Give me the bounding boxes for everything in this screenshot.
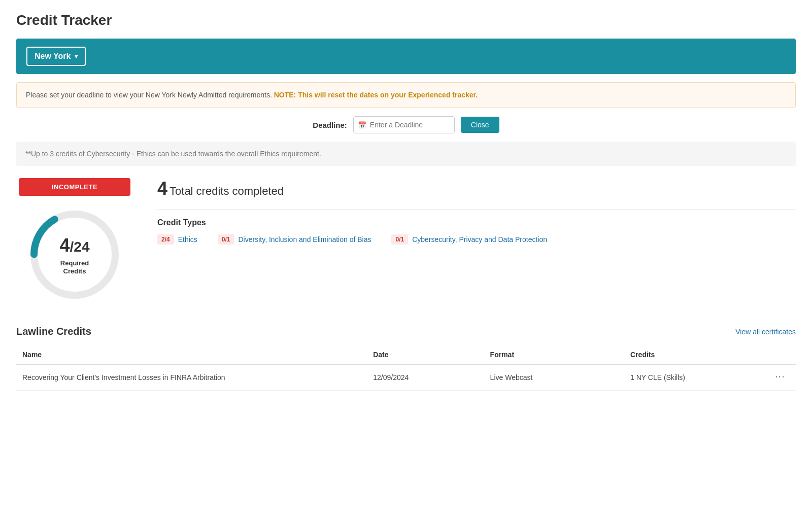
row-credits: 1 NY CLE (Skills) bbox=[624, 364, 764, 391]
total-credits-number: 4 bbox=[157, 178, 167, 199]
page-title: Credit Tracker bbox=[16, 12, 796, 28]
state-selector-button[interactable]: New York ▾ bbox=[26, 47, 86, 66]
circle-area: INCOMPLETE 4/24 Required Credits bbox=[16, 178, 133, 305]
total-credits-label: Total credits completed bbox=[170, 185, 284, 197]
deadline-row: Deadline: 📅 Close bbox=[16, 116, 796, 133]
deadline-label: Deadline: bbox=[313, 121, 347, 129]
info-text: **Up to 3 credits of Cybersecurity - Eth… bbox=[25, 150, 321, 158]
calendar-icon: 📅 bbox=[358, 121, 366, 129]
donut-center: 4/24 Required Credits bbox=[49, 234, 100, 275]
credits-table: Name Date Format Credits Recovering Your… bbox=[16, 345, 796, 391]
lawline-title: Lawline Credits bbox=[16, 326, 91, 337]
donut-fraction: 4/24 bbox=[49, 234, 100, 256]
col-header-format: Format bbox=[484, 345, 624, 364]
donut-current: 4 bbox=[60, 235, 70, 256]
credit-type-cybersecurity: 0/1 Cybersecurity, Privacy and Data Prot… bbox=[391, 234, 547, 245]
chevron-down-icon: ▾ bbox=[75, 53, 78, 60]
col-header-name: Name bbox=[16, 345, 367, 364]
donut-label: Required Credits bbox=[49, 259, 100, 275]
total-credits: 4Total credits completed bbox=[157, 178, 796, 199]
row-actions[interactable]: ⋮ bbox=[765, 364, 796, 391]
table-header: Name Date Format Credits bbox=[16, 345, 796, 364]
incomplete-badge: INCOMPLETE bbox=[19, 178, 130, 196]
header-bar: New York ▾ bbox=[16, 39, 796, 74]
credit-type-ethics: 2/4 Ethics bbox=[157, 234, 197, 245]
row-format: Live Webcast bbox=[484, 364, 624, 391]
credits-info: 4Total credits completed Credit Types 2/… bbox=[157, 178, 796, 245]
lawline-section: Lawline Credits View all certificates Na… bbox=[16, 326, 796, 391]
tracker-section: INCOMPLETE 4/24 Required Credits bbox=[16, 178, 796, 305]
deadline-input[interactable] bbox=[353, 116, 455, 133]
table-row: Recovering Your Client's Investment Loss… bbox=[16, 364, 796, 391]
view-all-certificates-link[interactable]: View all certificates bbox=[735, 328, 796, 336]
diversity-badge: 0/1 bbox=[218, 234, 234, 245]
row-menu-icon[interactable]: ⋮ bbox=[774, 372, 786, 383]
credit-type-diversity: 0/1 Diversity, Inclusion and Elimination… bbox=[218, 234, 371, 245]
ethics-link[interactable]: Ethics bbox=[178, 235, 197, 244]
cybersecurity-badge: 0/1 bbox=[391, 234, 408, 245]
credit-types-row: 2/4 Ethics 0/1 Diversity, Inclusion and … bbox=[157, 234, 796, 245]
credit-types-title: Credit Types bbox=[157, 210, 796, 227]
cybersecurity-link[interactable]: Cybersecurity, Privacy and Data Protecti… bbox=[412, 235, 547, 244]
col-header-credits: Credits bbox=[624, 345, 764, 364]
col-header-date: Date bbox=[367, 345, 484, 364]
alert-text: Please set your deadline to view your Ne… bbox=[26, 91, 272, 99]
row-date: 12/09/2024 bbox=[367, 364, 484, 391]
ethics-badge: 2/4 bbox=[157, 234, 174, 245]
donut-required: 24 bbox=[74, 239, 89, 255]
lawline-header: Lawline Credits View all certificates bbox=[16, 326, 796, 337]
donut-chart: 4/24 Required Credits bbox=[24, 204, 125, 305]
col-header-actions bbox=[765, 345, 796, 364]
close-button[interactable]: Close bbox=[461, 117, 499, 133]
diversity-link[interactable]: Diversity, Inclusion and Elimination of … bbox=[239, 235, 371, 244]
table-body: Recovering Your Client's Investment Loss… bbox=[16, 364, 796, 391]
deadline-input-wrapper: 📅 bbox=[353, 116, 455, 133]
state-label: New York bbox=[35, 52, 71, 61]
alert-banner: Please set your deadline to view your Ne… bbox=[16, 82, 796, 108]
row-name: Recovering Your Client's Investment Loss… bbox=[16, 364, 367, 391]
alert-note: NOTE: This will reset the dates on your … bbox=[274, 91, 478, 99]
info-box: **Up to 3 credits of Cybersecurity - Eth… bbox=[16, 142, 796, 166]
